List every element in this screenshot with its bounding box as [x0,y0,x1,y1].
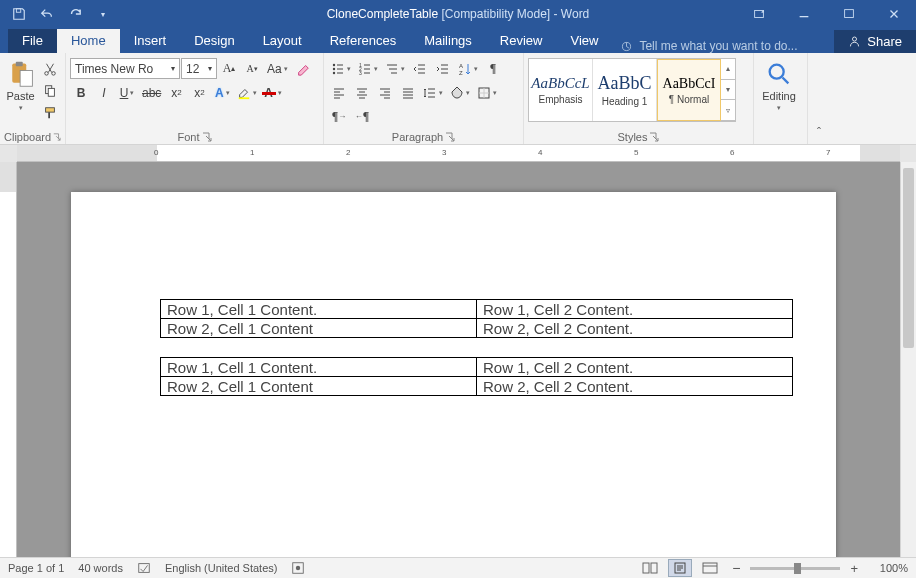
superscript-button[interactable]: x2 [188,82,210,103]
status-language[interactable]: English (United States) [165,562,278,574]
collapse-ribbon[interactable]: ˆ [808,53,830,144]
titlebar: ▾ CloneCompleteTable [Compatibility Mode… [0,0,916,28]
shrink-font-button[interactable]: A▾ [241,58,263,79]
bullets-button[interactable] [328,58,354,79]
numbering-button[interactable]: 123 [355,58,381,79]
zoom-level[interactable]: 100% [868,562,908,574]
zoom-out-button[interactable]: − [728,560,744,576]
strike-button[interactable]: abc [139,82,164,103]
close-button[interactable] [871,0,916,28]
indent-button[interactable] [432,58,454,79]
font-size[interactable]: 12▾ [181,58,217,79]
ribbon-display-options[interactable] [736,0,781,28]
bold-button[interactable]: B [70,82,92,103]
redo-button[interactable] [62,1,88,27]
justify-button[interactable] [397,82,419,103]
tab-view[interactable]: View [556,29,612,53]
paragraph-launcher-icon[interactable] [445,132,455,142]
status-macro-icon[interactable] [291,561,305,575]
align-center-button[interactable] [351,82,373,103]
save-button[interactable] [6,1,32,27]
tab-references[interactable]: References [316,29,410,53]
minimize-button[interactable] [781,0,826,28]
table-row: Row 1, Cell 1 Content.Row 1, Cell 2 Cont… [161,300,793,319]
style-emphasis[interactable]: AaBbCcLEmphasis [529,59,593,121]
web-layout-button[interactable] [698,559,722,577]
copy-button[interactable] [39,80,61,101]
shading-button[interactable] [447,82,473,103]
clipboard-launcher-icon[interactable] [53,132,61,142]
ribbon-tabs: File Home Insert Design Layout Reference… [0,28,916,53]
tab-design[interactable]: Design [180,29,248,53]
tab-file[interactable]: File [8,29,57,53]
italic-button[interactable]: I [93,82,115,103]
quick-access-toolbar: ▾ [0,1,122,27]
undo-button[interactable] [34,1,60,27]
svg-rect-29 [651,563,657,573]
grow-font-button[interactable]: A▴ [218,58,240,79]
document-area[interactable]: Row 1, Cell 1 Content.Row 1, Cell 2 Cont… [17,162,900,557]
align-left-button[interactable] [328,82,350,103]
vertical-scrollbar[interactable] [900,162,916,557]
multilevel-button[interactable] [382,58,408,79]
clear-format-button[interactable] [292,58,314,79]
status-proof-icon[interactable] [137,561,151,575]
paste-button[interactable]: Paste ▾ [4,58,37,114]
svg-rect-7 [20,71,32,87]
group-font: Times New Ro▾ 12▾ A▴ A▾ Aa B I U abc x2 … [66,53,324,144]
styles-gallery[interactable]: AaBbCcLEmphasis AaBbCHeading 1 AaBbCcI¶ … [528,58,736,122]
styles-up[interactable]: ▴ [721,59,735,80]
read-mode-button[interactable] [638,559,662,577]
group-styles: AaBbCcLEmphasis AaBbCHeading 1 AaBbCcI¶ … [524,53,754,144]
svg-point-9 [52,71,56,75]
zoom-in-button[interactable]: + [846,561,862,576]
svg-text:Z: Z [459,70,463,76]
style-heading1[interactable]: AaBbCHeading 1 [593,59,657,121]
vertical-ruler[interactable] [0,162,17,557]
font-launcher-icon[interactable] [202,132,212,142]
styles-more[interactable]: ▿ [721,100,735,121]
styles-launcher-icon[interactable] [649,132,659,142]
svg-point-16 [333,67,335,69]
align-right-button[interactable] [374,82,396,103]
editing-button[interactable]: Editing ▾ [758,58,800,114]
subscript-button[interactable]: x2 [165,82,187,103]
line-spacing-button[interactable] [420,82,446,103]
svg-point-24 [770,65,784,79]
tab-mailings[interactable]: Mailings [410,29,486,53]
share-button[interactable]: Share [834,30,916,53]
status-words[interactable]: 40 words [78,562,123,574]
underline-button[interactable]: U [116,82,138,103]
outdent-button[interactable] [409,58,431,79]
tab-home[interactable]: Home [57,29,120,53]
tab-review[interactable]: Review [486,29,557,53]
styles-down[interactable]: ▾ [721,80,735,101]
tab-insert[interactable]: Insert [120,29,181,53]
ltr-button[interactable]: ¶→ [328,106,350,127]
maximize-button[interactable] [826,0,871,28]
borders-button[interactable] [474,82,500,103]
print-layout-button[interactable] [668,559,692,577]
sort-button[interactable]: AZ [455,58,481,79]
svg-text:A: A [459,63,463,69]
cut-button[interactable] [39,58,61,79]
text-effects-button[interactable]: A [211,82,233,103]
status-page[interactable]: Page 1 of 1 [8,562,64,574]
font-color-button[interactable]: A [261,82,285,103]
svg-point-17 [333,71,335,73]
tell-me[interactable]: Tell me what you want to do... [620,39,797,53]
change-case-button[interactable]: Aa [264,58,291,79]
font-name[interactable]: Times New Ro▾ [70,58,180,79]
zoom-slider[interactable] [750,567,840,570]
style-normal[interactable]: AaBbCcI¶ Normal [657,59,721,121]
horizontal-ruler[interactable]: 01234567 [17,145,900,162]
table-2[interactable]: Row 1, Cell 1 Content.Row 1, Cell 2 Cont… [160,357,793,396]
group-editing: Editing ▾ [754,53,808,144]
highlight-button[interactable] [234,82,260,103]
tab-layout[interactable]: Layout [249,29,316,53]
table-1[interactable]: Row 1, Cell 1 Content.Row 1, Cell 2 Cont… [160,299,793,338]
rtl-button[interactable]: ←¶ [351,106,373,127]
format-painter-button[interactable] [39,102,61,123]
show-marks-button[interactable]: ¶ [482,58,504,79]
qat-customize[interactable]: ▾ [90,1,116,27]
